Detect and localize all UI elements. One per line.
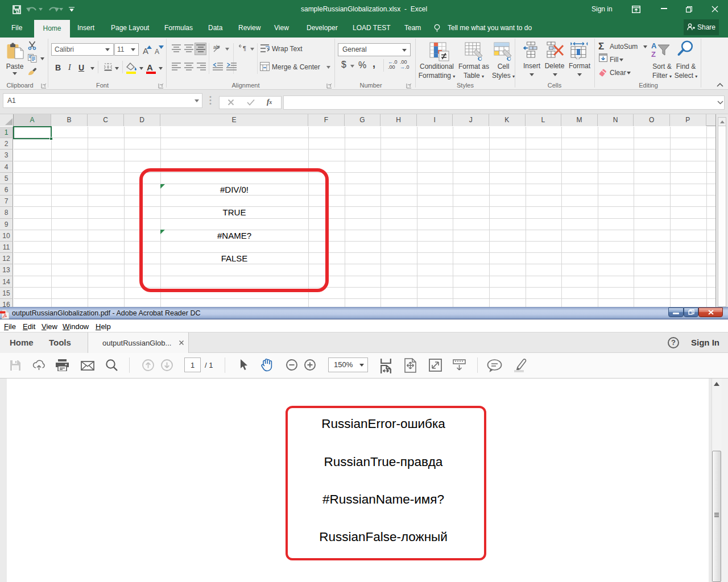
svg-text:Z: Z (651, 50, 656, 58)
svg-text:A: A (651, 41, 657, 50)
svg-text:¶: ¶ (243, 45, 246, 52)
svg-text:ab: ab (213, 44, 219, 50)
